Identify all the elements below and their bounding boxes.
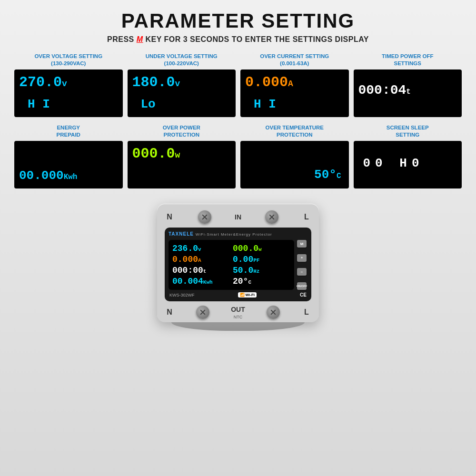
page-container: PARAMETER SETTING PRESS M KEY FOR 3 SECO… — [0, 0, 476, 476]
screen-sleep-display: 00 H0 — [354, 141, 462, 188]
ep-value: 00.000Kwh — [19, 169, 77, 183]
timed-power-off-display: 000:04t — [354, 69, 462, 117]
screen-time-row: 000:00 t — [172, 266, 230, 275]
device-stand — [171, 322, 305, 331]
device-body: TAXNELE WiFi-Smart Meter&Energy Protecto… — [165, 228, 311, 301]
setting-over-voltage: OVER VOLTAGE SETTING(130-290VAC) 270.0v … — [14, 52, 123, 124]
screen-voltage-row: 236.0 v — [172, 244, 230, 253]
device-footer: KWS-302WF 📶 Wi-Fi CE — [169, 292, 307, 298]
over-current-display: 0.000A H I — [240, 69, 349, 117]
over-power-display: 000.0w — [128, 141, 236, 188]
screen-voltage-unit: v — [198, 247, 201, 252]
under-voltage-display: 180.0v Lo — [128, 69, 236, 117]
screw-l-bottom — [267, 306, 280, 319]
ss-value: 00 H0 — [363, 156, 424, 170]
screen-pf-unit: PF — [253, 258, 259, 263]
screen-energy-row: 00.004 Kwh — [172, 277, 230, 286]
device-section: N IN L TAXNELE WiFi-Smart Meter&Energy P… — [14, 204, 462, 331]
screen-energy-unit: Kwh — [203, 279, 213, 285]
screen-current-unit: A — [198, 258, 201, 263]
screen-temp-unit: C — [248, 279, 251, 285]
device-top-row: N IN L — [165, 210, 311, 224]
screen-time-unit: t — [203, 268, 207, 274]
device-screen: 236.0 v 0.000 A 000:00 t — [169, 240, 294, 290]
setting-over-temp: OVER TEMPERATUREPROTECTION 50°C — [240, 124, 349, 195]
ov-hi: H I — [28, 97, 50, 111]
device-brand: TAXNELE WiFi-Smart Meter&Energy Protecto… — [169, 231, 272, 237]
screen-current-row: 0.000 A — [172, 255, 230, 264]
over-temp-display: 50°C — [240, 141, 349, 188]
btn-minus[interactable]: − — [297, 268, 307, 276]
wifi-badge: 📶 Wi-Fi — [238, 292, 257, 298]
device-bottom-row: N OUT NTC L — [165, 305, 311, 319]
oc-hi: H I — [254, 97, 276, 111]
setting-over-current: OVER CURRENT SETTING(0.001-63A) 0.000A H… — [240, 52, 349, 124]
screw-n-bottom — [196, 306, 209, 319]
buttons-column: M + − ON/OFF — [296, 240, 307, 290]
screen-sleep-label: SCREEN SLEEPSETTING — [387, 124, 429, 139]
screen-freq-row: 50.0 Hz — [233, 266, 290, 275]
screw-n-top — [198, 210, 211, 224]
screw-l-top — [265, 210, 278, 224]
btn-m[interactable]: M — [297, 240, 307, 248]
tpo-value: 000:04t — [358, 83, 411, 98]
screen-current: 0.000 — [172, 255, 198, 264]
screen-freq-unit: Hz — [253, 268, 259, 274]
terminal-l-top: L — [302, 213, 311, 221]
settings-grid: OVER VOLTAGE SETTING(130-290VAC) 270.0v … — [14, 52, 462, 195]
screen-pf: 0.00 — [233, 255, 253, 264]
screen-voltage: 236.0 — [172, 244, 198, 253]
energy-prepaid-label: ENERGYPREPAID — [57, 124, 80, 139]
m-key: M — [137, 35, 143, 43]
ot-value: 50°C — [314, 168, 341, 182]
setting-under-voltage: UNDER VOLTAGE SETTING(100-220VAC) 180.0v… — [128, 52, 236, 124]
over-voltage-label: OVER VOLTAGE SETTING(130-290VAC) — [34, 52, 102, 68]
timed-power-off-label: TIMED POWER OFFSETTINGS — [382, 52, 434, 68]
setting-over-power: OVER POWERPROTECTION 000.0w — [128, 124, 236, 195]
screen-pf-row: 0.00 PF — [233, 255, 290, 264]
over-voltage-display: 270.0v H I — [14, 69, 123, 117]
energy-prepaid-display: 00.000Kwh — [14, 141, 123, 188]
uv-lo: Lo — [141, 97, 156, 111]
screen-power-unit: w — [258, 247, 262, 252]
over-power-label: OVER POWERPROTECTION — [163, 124, 200, 139]
subtitle-suffix: KEY FOR 3 SECONDS TO ENTER THE SETTINGS … — [143, 35, 369, 43]
over-current-label: OVER CURRENT SETTING(0.001-63A) — [260, 52, 329, 68]
brand-tagline: WiFi-Smart Meter&Energy Protector — [196, 232, 272, 237]
screen-right: 000.0 w 0.00 PF 50.0 Hz — [233, 244, 290, 286]
setting-screen-sleep: SCREEN SLEEPSETTING 00 H0 — [354, 124, 462, 195]
wifi-icon: 📶 — [240, 293, 245, 297]
screen-time: 000:00 — [172, 266, 203, 275]
uv-value: 180.0v — [132, 74, 180, 90]
terminal-in: IN — [235, 213, 241, 221]
terminal-l-bottom: L — [302, 308, 311, 317]
over-temp-label: OVER TEMPERATUREPROTECTION — [266, 124, 324, 139]
oc-value: 0.000A — [245, 74, 293, 90]
device-outer: N IN L TAXNELE WiFi-Smart Meter&Energy P… — [157, 204, 319, 322]
device-model: KWS-302WF — [169, 293, 195, 298]
screen-temp: 20° — [233, 277, 248, 286]
op-value: 000.0w — [132, 146, 180, 162]
ce-badge: CE — [300, 292, 307, 298]
terminal-n-top: N — [165, 213, 174, 221]
screen-power-row: 000.0 w — [233, 244, 290, 253]
screen-freq: 50.0 — [233, 266, 253, 275]
terminal-n-bottom: N — [165, 308, 174, 317]
setting-timed-power-off: TIMED POWER OFFSETTINGS 000:04t — [354, 52, 462, 124]
ntc-label: NTC — [231, 315, 245, 319]
page-title: PARAMETER SETTING — [121, 10, 355, 32]
terminal-out: OUT — [231, 306, 245, 313]
wifi-label: Wi-Fi — [246, 293, 255, 297]
brand-name: TAXNELE — [169, 231, 194, 237]
subtitle-prefix: PRESS — [107, 35, 137, 43]
btn-plus[interactable]: + — [297, 254, 307, 262]
btn-onoff[interactable]: ON/OFF — [297, 282, 307, 290]
under-voltage-label: UNDER VOLTAGE SETTING(100-220VAC) — [146, 52, 218, 68]
subtitle: PRESS M KEY FOR 3 SECONDS TO ENTER THE S… — [107, 35, 369, 44]
screen-left: 236.0 v 0.000 A 000:00 t — [172, 244, 230, 286]
setting-energy-prepaid: ENERGYPREPAID 00.000Kwh — [14, 124, 123, 195]
ov-value: 270.0v — [19, 74, 67, 90]
screen-power: 000.0 — [233, 244, 258, 253]
screen-temp-row: 20° C — [233, 277, 290, 286]
screen-energy: 00.004 — [172, 277, 203, 286]
